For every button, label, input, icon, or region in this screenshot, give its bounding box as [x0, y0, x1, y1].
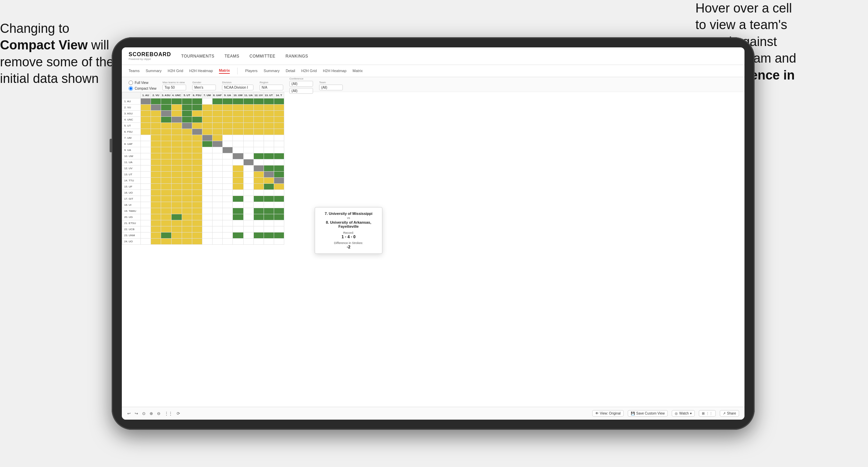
matrix-cell[interactable] — [192, 220, 202, 226]
share-button[interactable]: ↗ Share — [720, 410, 739, 417]
matrix-cell[interactable] — [141, 159, 151, 165]
save-custom-view-button[interactable]: 💾 Save Custom View — [628, 410, 668, 417]
matrix-cell[interactable] — [171, 153, 182, 159]
matrix-cell[interactable] — [264, 172, 274, 178]
matrix-cell[interactable] — [182, 159, 192, 165]
matrix-cell[interactable] — [141, 153, 151, 159]
matrix-cell[interactable] — [243, 141, 253, 147]
full-view-radio[interactable] — [129, 81, 133, 85]
matrix-cell[interactable] — [182, 153, 192, 159]
matrix-cell[interactable] — [202, 220, 212, 226]
matrix-cell[interactable] — [212, 178, 222, 184]
matrix-cell[interactable] — [233, 141, 244, 147]
matrix-cell[interactable] — [171, 184, 182, 190]
matrix-cell[interactable] — [141, 135, 151, 141]
matrix-cell[interactable] — [212, 172, 222, 178]
matrix-cell[interactable] — [151, 196, 161, 202]
matrix-cell[interactable] — [274, 159, 284, 165]
matrix-cell[interactable] — [192, 135, 202, 141]
matrix-cell[interactable] — [274, 190, 284, 196]
side-button[interactable] — [110, 139, 112, 152]
matrix-cell[interactable] — [161, 239, 172, 245]
matrix-cell[interactable] — [233, 178, 244, 184]
matrix-cell[interactable] — [223, 172, 233, 178]
matrix-cell[interactable] — [223, 141, 233, 147]
matrix-cell[interactable] — [274, 214, 284, 220]
matrix-cell[interactable] — [223, 111, 233, 117]
matrix-cell[interactable] — [151, 98, 161, 105]
matrix-cell[interactable] — [264, 196, 274, 202]
subnav-players-h2h-grid[interactable]: H2H Grid — [301, 69, 317, 73]
nav-rankings[interactable]: RANKINGS — [286, 54, 308, 59]
matrix-cell[interactable] — [274, 153, 284, 159]
matrix-cell[interactable] — [264, 239, 274, 245]
matrix-cell[interactable] — [243, 214, 253, 220]
matrix-cell[interactable] — [223, 159, 233, 165]
subnav-players-h2h-heatmap[interactable]: H2H Heatmap — [323, 69, 347, 73]
matrix-cell[interactable] — [253, 232, 264, 239]
matrix-cell[interactable] — [171, 196, 182, 202]
matrix-cell[interactable] — [161, 208, 172, 214]
subnav-h2h-heatmap[interactable]: H2H Heatmap — [189, 69, 213, 73]
matrix-cell[interactable] — [141, 220, 151, 226]
matrix-cell[interactable] — [223, 178, 233, 184]
matrix-cell[interactable] — [192, 98, 202, 105]
matrix-cell[interactable] — [151, 123, 161, 129]
matrix-cell[interactable] — [243, 147, 253, 153]
matrix-cell[interactable] — [171, 159, 182, 165]
matrix-cell[interactable] — [212, 232, 222, 239]
matrix-cell[interactable] — [151, 214, 161, 220]
matrix-cell[interactable] — [253, 153, 264, 159]
matrix-cell[interactable] — [151, 220, 161, 226]
matrix-cell[interactable] — [151, 239, 161, 245]
matrix-cell[interactable] — [233, 165, 244, 172]
matrix-cell[interactable] — [233, 208, 244, 214]
matrix-cell[interactable] — [192, 172, 202, 178]
reset-icon[interactable]: ⊙ — [142, 411, 146, 416]
matrix-cell[interactable] — [223, 129, 233, 135]
matrix-cell[interactable] — [161, 147, 172, 153]
matrix-cell[interactable] — [233, 202, 244, 208]
matrix-cell[interactable] — [223, 123, 233, 129]
matrix-cell[interactable] — [171, 172, 182, 178]
matrix-cell[interactable] — [202, 153, 212, 159]
matrix-cell[interactable] — [274, 105, 284, 111]
matrix-cell[interactable] — [192, 184, 202, 190]
matrix-cell[interactable] — [182, 165, 192, 172]
matrix-cell[interactable] — [161, 98, 172, 105]
matrix-cell[interactable] — [274, 165, 284, 172]
redo-icon[interactable]: ↪ — [135, 411, 138, 416]
matrix-cell[interactable] — [212, 123, 222, 129]
matrix-cell[interactable] — [264, 111, 274, 117]
matrix-cell[interactable] — [141, 208, 151, 214]
matrix-cell[interactable] — [223, 202, 233, 208]
matrix-cell[interactable] — [253, 190, 264, 196]
matrix-cell[interactable] — [233, 190, 244, 196]
matrix-cell[interactable] — [141, 111, 151, 117]
matrix-cell[interactable] — [202, 178, 212, 184]
matrix-cell[interactable] — [253, 165, 264, 172]
matrix-cell[interactable] — [274, 196, 284, 202]
matrix-cell[interactable] — [182, 141, 192, 147]
matrix-cell[interactable] — [223, 165, 233, 172]
matrix-cell[interactable] — [202, 117, 212, 123]
matrix-cell[interactable] — [182, 178, 192, 184]
matrix-cell[interactable] — [264, 226, 274, 232]
matrix-cell[interactable] — [264, 178, 274, 184]
matrix-cell[interactable] — [151, 184, 161, 190]
matrix-cell[interactable] — [233, 220, 244, 226]
matrix-cell[interactable] — [264, 123, 274, 129]
matrix-cell[interactable] — [233, 129, 244, 135]
matrix-cell[interactable] — [264, 117, 274, 123]
matrix-cell[interactable] — [192, 129, 202, 135]
matrix-cell[interactable] — [264, 135, 274, 141]
matrix-cell[interactable] — [223, 184, 233, 190]
matrix-cell[interactable] — [202, 196, 212, 202]
zoom-out-icon[interactable]: ⊖ — [157, 411, 160, 416]
matrix-cell[interactable] — [161, 196, 172, 202]
matrix-cell[interactable] — [264, 220, 274, 226]
subnav-summary[interactable]: Summary — [146, 69, 161, 73]
matrix-cell[interactable] — [202, 129, 212, 135]
matrix-cell[interactable] — [243, 165, 253, 172]
matrix-cell[interactable] — [202, 226, 212, 232]
